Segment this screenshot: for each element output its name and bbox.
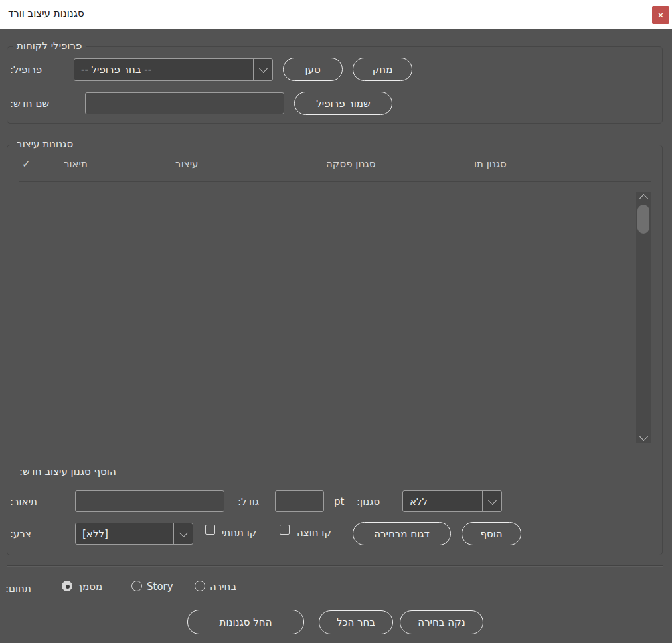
delete-profile-button[interactable]: מחק xyxy=(353,58,412,81)
styles-group: סגנונות עיצוב ✓ תיאור עיצוב סגנון פסקה ס… xyxy=(7,145,663,555)
profile-select[interactable]: -- בחר פרופיל -- xyxy=(74,58,273,81)
color-select-value: [ללא] xyxy=(76,523,173,544)
close-button[interactable]: ✕ xyxy=(652,6,669,24)
styles-legend: סגנונות עיצוב xyxy=(13,138,77,150)
scope-option-document-label: מסמך xyxy=(77,581,102,593)
header-divider xyxy=(19,181,651,182)
chevron-glyph xyxy=(488,496,497,505)
column-header-character-style: סגנון תו xyxy=(474,158,507,170)
profile-select-value: -- בחר פרופיל -- xyxy=(74,59,253,80)
profile-label: פרופיל: xyxy=(10,64,42,76)
sample-from-selection-button[interactable]: דגום מבחירה xyxy=(353,522,451,545)
add-style-heading: הוסף סגנון עיצוב חדש: xyxy=(19,466,116,478)
scope-radio-selection[interactable] xyxy=(195,581,205,591)
column-header-description: תיאור xyxy=(64,158,88,170)
apply-styles-button[interactable]: החל סגנונות xyxy=(187,610,304,634)
section-divider xyxy=(19,454,651,454)
underline-checkbox[interactable] xyxy=(205,525,215,535)
style-label: סגנון: xyxy=(357,496,380,507)
style-select[interactable]: ללא xyxy=(402,490,502,512)
profiles-group: פרופילי לקוחות פרופיל: -- בחר פרופיל -- … xyxy=(7,46,663,124)
scroll-down-icon[interactable] xyxy=(636,432,651,443)
title-bar: סגנונות עיצוב וורד ✕ xyxy=(0,0,672,29)
column-header-formatting: עיצוב xyxy=(175,158,198,170)
scroll-up-icon[interactable] xyxy=(636,192,651,203)
scope-radio-story[interactable] xyxy=(131,581,142,591)
chevron-down-icon[interactable] xyxy=(173,523,193,544)
new-name-label: שם חדש: xyxy=(10,98,49,110)
color-label: צבע: xyxy=(10,528,31,540)
chevron-glyph xyxy=(259,64,268,73)
color-select[interactable]: [ללא] xyxy=(75,523,193,545)
window-title: סגנונות עיצוב וורד xyxy=(8,7,84,19)
size-unit: pt xyxy=(334,496,344,507)
new-name-input[interactable] xyxy=(85,92,284,114)
size-input[interactable] xyxy=(275,490,324,512)
chevron-down-icon[interactable] xyxy=(253,59,272,80)
underline-label: קו תחתי xyxy=(222,527,256,539)
styles-list[interactable] xyxy=(19,183,633,454)
bottom-divider xyxy=(7,565,663,567)
profiles-legend: פרופילי לקוחות xyxy=(13,40,86,52)
description-label: תיאור: xyxy=(10,496,37,507)
strikethrough-label: קו חוצה xyxy=(297,527,331,539)
scope-option-selection-label: בחירה xyxy=(210,581,236,593)
add-style-button[interactable]: הוסף xyxy=(462,522,521,545)
strikethrough-checkbox[interactable] xyxy=(280,525,290,535)
chevron-down-icon[interactable] xyxy=(482,491,501,511)
chevron-glyph xyxy=(179,529,188,537)
scrollbar[interactable] xyxy=(636,192,651,443)
chevron-up-glyph xyxy=(639,194,648,203)
close-icon: ✕ xyxy=(657,11,664,20)
clear-selection-button[interactable]: נקה בחירה xyxy=(400,610,483,634)
scope-option-story-label: Story xyxy=(147,581,173,593)
chevron-down-glyph xyxy=(639,432,648,441)
scope-radio-document[interactable] xyxy=(62,581,72,591)
column-header-paragraph-style: סגנון פסקה xyxy=(326,158,375,170)
select-all-button[interactable]: בחר הכל xyxy=(319,610,393,634)
column-header-checkmark: ✓ xyxy=(22,158,31,170)
size-label: גודל: xyxy=(238,496,259,507)
style-select-value: ללא xyxy=(403,491,482,511)
save-profile-button[interactable]: שמור פרופיל xyxy=(294,92,392,115)
scrollbar-thumb[interactable] xyxy=(637,205,649,234)
description-input[interactable] xyxy=(75,490,224,512)
scope-label: תחום: xyxy=(5,583,31,595)
load-profile-button[interactable]: טען xyxy=(283,58,343,81)
